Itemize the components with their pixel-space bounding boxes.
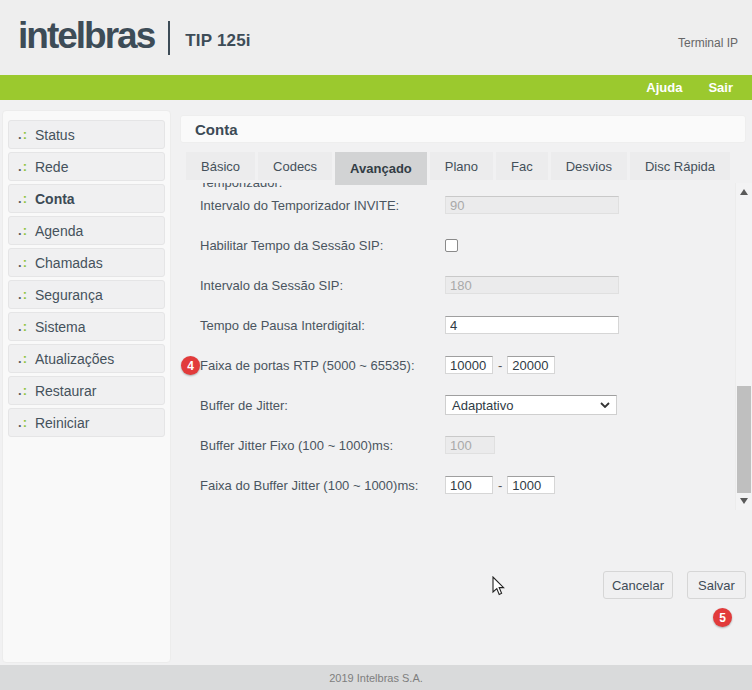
sidebar-menu: .: Status .: Rede .: Conta .: Agenda .: … (2, 110, 171, 663)
sidebar-item-label: Conta (35, 191, 75, 207)
field-label: Faixa de portas RTP (5000 ~ 65535): (200, 358, 445, 373)
invite-timer-input (445, 196, 619, 214)
annotation-badge-4: 4 (181, 356, 200, 375)
sidebar-item-label: Restaurar (35, 383, 96, 399)
annotation-badge-5: 5 (713, 608, 732, 627)
jitter-range-max-input[interactable] (507, 476, 555, 494)
bullet-icon: .: (18, 159, 28, 174)
sidebar-item-label: Segurança (35, 287, 103, 303)
selected-option: Adaptativo (452, 398, 513, 413)
sip-session-checkbox[interactable] (445, 239, 458, 252)
scrollbar-thumb[interactable] (737, 386, 751, 493)
sip-session-interval-input (445, 276, 619, 294)
rtp-port-min-input[interactable] (445, 356, 493, 374)
sidebar-item-seguranca[interactable]: .: Segurança (8, 280, 165, 309)
form-row-sip-session-interval: Intervalo da Sessão SIP: (200, 276, 712, 294)
tab-codecs[interactable]: Codecs (258, 152, 332, 180)
tab-bar: Básico Codecs Avançado Plano Fac Desvios… (186, 152, 752, 180)
save-button[interactable]: Salvar (687, 571, 746, 599)
field-label: Tempo de Pausa Interdigital: (200, 318, 445, 333)
chevron-down-icon (600, 402, 610, 408)
scroll-down-icon[interactable] (740, 498, 748, 504)
form-scrollbar[interactable] (735, 183, 752, 510)
sidebar-item-rede[interactable]: .: Rede (8, 152, 165, 181)
form-actions: Cancelar Salvar (180, 571, 746, 599)
cancel-button[interactable]: Cancelar (603, 571, 673, 599)
field-label: Habilitar Tempo da Sessão SIP: (200, 238, 445, 253)
field-label: Intervalo da Sessão SIP: (200, 278, 445, 293)
footer: 2019 Intelbras S.A. (0, 665, 752, 690)
copyright-text: 2019 Intelbras S.A. (329, 672, 423, 684)
sidebar-item-restaurar[interactable]: .: Restaurar (8, 376, 165, 405)
bullet-icon: .: (18, 319, 28, 334)
sidebar-item-label: Agenda (35, 223, 83, 239)
rtp-port-max-input[interactable] (507, 356, 555, 374)
bullet-icon: .: (18, 287, 28, 302)
tab-fac[interactable]: Fac (496, 152, 548, 180)
sidebar-item-sistema[interactable]: .: Sistema (8, 312, 165, 341)
bullet-icon: .: (18, 351, 28, 366)
scroll-up-icon[interactable] (740, 189, 748, 195)
form-row-sip-session-enable: Habilitar Tempo da Sessão SIP: (200, 236, 712, 254)
form: Temporizador: Intervalo do Temporizador … (200, 183, 712, 494)
sidebar-item-status[interactable]: .: Status (8, 120, 165, 149)
app-header: intelbras TIP 125i Terminal IP (0, 0, 752, 75)
bullet-icon: .: (18, 415, 28, 430)
form-scroll-area: Temporizador: Intervalo do Temporizador … (180, 183, 752, 510)
product-model: TIP 125i (185, 31, 251, 51)
field-label: Buffer Jitter Fixo (100 ~ 1000)ms: (200, 438, 445, 453)
page-title: Conta (180, 115, 746, 143)
tab-plano[interactable]: Plano (430, 152, 493, 180)
logout-link[interactable]: Sair (708, 80, 733, 95)
sidebar-item-label: Reiniciar (35, 415, 89, 431)
bullet-icon: .: (18, 383, 28, 398)
terminal-ip-label: Terminal IP (678, 36, 738, 50)
sidebar-item-agenda[interactable]: .: Agenda (8, 216, 165, 245)
bullet-icon: .: (18, 223, 28, 238)
body-wrap: .: Status .: Rede .: Conta .: Agenda .: … (0, 100, 752, 665)
sidebar-item-label: Atualizações (35, 351, 114, 367)
tab-desvios[interactable]: Desvios (551, 152, 627, 180)
logo-divider (168, 21, 170, 55)
sidebar-item-atualizacoes[interactable]: .: Atualizações (8, 344, 165, 373)
sidebar-item-chamadas[interactable]: .: Chamadas (8, 248, 165, 277)
top-nav-bar: Ajuda Sair (0, 75, 752, 100)
content-area: Conta Básico Codecs Avançado Plano Fac D… (180, 100, 752, 599)
sidebar-item-label: Rede (35, 159, 68, 175)
bullet-icon: .: (18, 255, 28, 270)
bullet-icon: .: (18, 127, 28, 142)
bullet-icon: .: (18, 191, 28, 206)
form-row-fixed-jitter: Buffer Jitter Fixo (100 ~ 1000)ms: (200, 436, 712, 454)
jitter-buffer-select[interactable]: Adaptativo (445, 395, 617, 415)
tab-disc-rapida[interactable]: Disc Rápida (630, 152, 730, 180)
field-label: Buffer de Jitter: (200, 398, 445, 413)
clipped-row-label: Temporizador: (200, 183, 712, 190)
intelbras-logo: intelbras (18, 17, 154, 54)
tab-avancado[interactable]: Avançado (335, 152, 427, 185)
range-separator: - (498, 478, 502, 493)
form-row-invite-timer: Intervalo do Temporizador INVITE: (200, 196, 712, 214)
form-row-interdigit-pause: Tempo de Pausa Interdigital: (200, 316, 712, 334)
form-row-jitter-buffer: Buffer de Jitter: Adaptativo (200, 396, 712, 414)
field-label: Faixa do Buffer Jitter (100 ~ 1000)ms: (200, 478, 445, 493)
range-separator: - (498, 358, 502, 373)
sidebar-item-label: Chamadas (35, 255, 103, 271)
field-label: Intervalo do Temporizador INVITE: (200, 198, 445, 213)
fixed-jitter-input (445, 436, 495, 454)
sidebar-item-label: Status (35, 127, 75, 143)
interdigit-pause-input[interactable] (445, 316, 619, 334)
sidebar-item-label: Sistema (35, 319, 86, 335)
tab-basico[interactable]: Básico (186, 152, 255, 180)
form-row-rtp-port-range: 4 Faixa de portas RTP (5000 ~ 65535): - (200, 356, 712, 374)
form-row-jitter-range: Faixa do Buffer Jitter (100 ~ 1000)ms: - (200, 476, 712, 494)
sidebar-item-reiniciar[interactable]: .: Reiniciar (8, 408, 165, 437)
sidebar-item-conta[interactable]: .: Conta (8, 184, 165, 213)
jitter-range-min-input[interactable] (445, 476, 493, 494)
help-link[interactable]: Ajuda (646, 80, 682, 95)
